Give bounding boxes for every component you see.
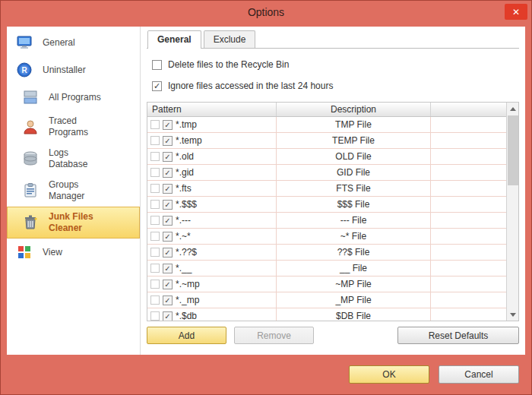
add-button[interactable]: Add [147,327,226,344]
pattern-table-header: Pattern Description [147,103,506,117]
table-row[interactable]: *.tmpTMP File [147,117,506,133]
reset-defaults-button[interactable]: Reset Defaults [397,327,519,344]
table-actions: Add Remove Reset Defaults [147,327,519,344]
pattern-cell: *.??$ [147,245,277,260]
empty-cell [431,276,506,292]
table-row[interactable]: *.gidGID File [147,165,506,181]
tab-exclude[interactable]: Exclude [204,30,256,48]
ignore-recent-files-checkbox[interactable] [152,81,162,91]
row-checkbox[interactable] [163,152,173,162]
logs-database-icon [21,150,40,168]
scrollbar-thumb[interactable] [508,115,518,185]
pattern-cell: *.__ [147,261,277,276]
row-select-box[interactable] [150,120,160,129]
pattern-text: *.--- [176,215,191,226]
ignore-recent-files-label: Ignore files accessed in the last 24 hou… [168,81,333,91]
pattern-text: *._mp [176,295,199,305]
row-select-box[interactable] [150,248,160,257]
row-checkbox[interactable] [163,120,173,130]
column-header-empty [431,103,506,116]
pattern-cell: *.old [147,149,277,164]
ok-button[interactable]: OK [349,365,429,384]
cancel-button[interactable]: Cancel [439,365,519,384]
table-row[interactable]: *.------ File [147,213,506,229]
table-row[interactable]: *.$db$DB File [147,308,506,321]
sidebar-item-uninstaller[interactable]: RUninstaller [7,56,140,84]
view-icon [15,243,33,261]
row-checkbox[interactable] [163,295,173,305]
sidebar-item-groups-manager[interactable]: Groups Manager [7,175,140,207]
sidebar: GeneralRUninstallerAll ProgramsTraced Pr… [7,27,141,355]
row-select-box[interactable] [150,184,160,193]
row-select-box[interactable] [150,216,160,225]
column-header-pattern[interactable]: Pattern [147,103,277,116]
row-select-box[interactable] [150,200,160,209]
row-checkbox[interactable] [163,264,173,273]
row-select-box[interactable] [150,136,160,145]
sidebar-item-traced-programs[interactable]: Traced Programs [7,111,140,143]
groups-manager-icon [21,182,40,200]
empty-cell [431,149,506,164]
empty-cell [431,165,506,180]
sidebar-item-label: Logs Database [49,147,103,170]
table-row[interactable]: *.$$$$$$ File [147,197,506,213]
sidebar-item-all-programs[interactable]: All Programs [7,84,140,111]
junk-files-cleaner-icon [21,213,40,232]
table-scrollbar[interactable] [506,103,518,321]
table-row[interactable]: *.oldOLD File [147,149,506,165]
delete-recycle-bin-checkbox[interactable] [152,60,162,70]
row-checkbox[interactable] [163,248,173,258]
table-row[interactable]: *._mp_MP File [147,292,506,308]
pattern-cell: *.~mp [147,276,277,292]
pattern-table-body: *.tmpTMP File*.tempTEMP File*.oldOLD Fil… [147,117,506,321]
table-row[interactable]: *.~mp~MP File [147,276,506,292]
description-cell: --- File [277,213,431,228]
row-checkbox[interactable] [163,200,173,210]
row-checkbox[interactable] [163,311,173,321]
scroll-down-button[interactable] [507,308,519,321]
sidebar-item-label: View [43,247,97,258]
svg-text:R: R [21,66,27,74]
row-select-box[interactable] [150,152,160,161]
pattern-cell: *.$db [147,308,277,321]
table-row[interactable]: *.____ File [147,261,506,276]
close-icon: ✕ [512,7,520,17]
row-select-box[interactable] [150,311,160,321]
row-checkbox[interactable] [163,184,173,194]
table-row[interactable]: *.??$??$ File [147,245,506,261]
tab-general[interactable]: General [147,30,201,49]
column-header-description[interactable]: Description [277,103,431,116]
dialog-body: GeneralRUninstallerAll ProgramsTraced Pr… [7,27,525,355]
row-checkbox[interactable] [163,280,173,289]
row-select-box[interactable] [150,232,160,241]
empty-cell [431,197,506,212]
row-checkbox[interactable] [163,168,173,178]
main-panel: General Exclude Delete files to the Recy… [141,27,525,355]
row-checkbox[interactable] [163,232,173,242]
row-select-box[interactable] [150,280,160,289]
sidebar-item-logs-database[interactable]: Logs Database [7,143,140,175]
table-row[interactable]: *.ftsFTS File [147,181,506,197]
remove-button[interactable]: Remove [234,327,314,344]
sidebar-item-junk-files-cleaner[interactable]: Junk Files Cleaner [7,207,140,239]
sidebar-item-general[interactable]: General [7,29,140,56]
description-cell: $DB File [277,308,431,321]
pattern-table: Pattern Description *.tmpTMP File*.tempT… [147,102,519,321]
row-checkbox[interactable] [163,136,173,146]
row-checkbox[interactable] [163,216,173,226]
scroll-up-button[interactable] [507,103,519,115]
sidebar-item-label: Uninstaller [43,65,97,76]
row-select-box[interactable] [150,168,160,177]
table-row[interactable]: *.~*~* File [147,229,506,245]
delete-recycle-bin-label: Delete files to the Recycle Bin [168,59,289,70]
sidebar-item-view[interactable]: View [7,239,140,266]
pattern-cell: *.--- [147,213,277,228]
row-select-box[interactable] [150,264,160,273]
empty-cell [431,229,506,244]
table-row[interactable]: *.tempTEMP File [147,133,506,149]
uninstaller-icon: R [15,61,33,79]
row-select-box[interactable] [150,295,160,305]
pattern-text: *.tmp [176,119,197,130]
close-button[interactable]: ✕ [505,4,527,20]
pattern-text: *.__ [176,263,192,273]
